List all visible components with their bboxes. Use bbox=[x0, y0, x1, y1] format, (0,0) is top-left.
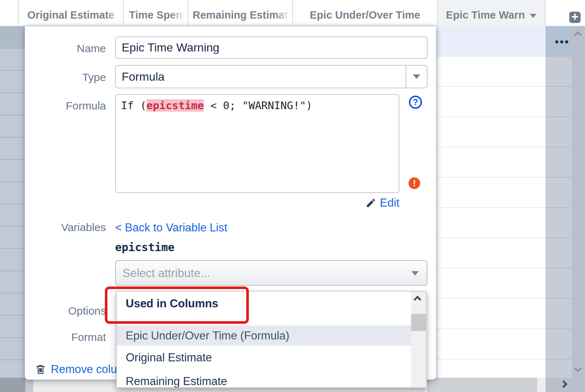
formula-code-before: If ( bbox=[121, 99, 147, 112]
horizontal-scrollbar-track[interactable] bbox=[25, 378, 33, 392]
type-select-value: Formula bbox=[122, 66, 164, 88]
format-label: Format bbox=[25, 331, 106, 344]
truncation-fade bbox=[106, 0, 123, 26]
column-header-original-estimate[interactable]: Original Estimate bbox=[18, 0, 123, 26]
name-label: Name bbox=[25, 42, 106, 55]
trash-icon bbox=[35, 363, 46, 376]
formula-label: Formula bbox=[25, 99, 106, 112]
type-select-arrow-box[interactable] bbox=[406, 66, 427, 88]
name-input[interactable] bbox=[115, 36, 428, 59]
formula-textarea[interactable]: If (epicstime < 0; "WARNING!") bbox=[115, 94, 399, 193]
dropdown-item[interactable]: Original Estimate bbox=[117, 346, 412, 369]
pencil-icon bbox=[365, 197, 376, 208]
attribute-select[interactable]: Select attribute... bbox=[115, 260, 428, 286]
scroll-down-icon[interactable] bbox=[574, 365, 582, 372]
table-left-strip bbox=[0, 26, 25, 378]
edit-formula-link[interactable]: Edit bbox=[365, 196, 399, 210]
scroll-right-icon[interactable] bbox=[560, 380, 567, 388]
table-selected-row bbox=[437, 27, 546, 57]
variable-name: epicstime bbox=[115, 241, 175, 254]
column-header-label: Epic Time Warn bbox=[446, 9, 525, 21]
variables-label: Variables bbox=[25, 221, 106, 234]
edit-link-label: Edit bbox=[380, 196, 399, 210]
dropdown-item[interactable]: Remaining Estimate bbox=[117, 369, 412, 388]
error-icon: ! bbox=[409, 177, 420, 189]
column-header-label: Remaining Estimat bbox=[193, 9, 288, 21]
column-header-remaining-estimate[interactable]: Remaining Estimat bbox=[187, 0, 292, 26]
table-rows-area: ••• bbox=[437, 26, 585, 392]
scroll-up-icon[interactable] bbox=[574, 31, 582, 39]
truncation-fade bbox=[276, 0, 292, 26]
column-header-time-spent[interactable]: Time Spen bbox=[123, 0, 187, 26]
horizontal-scrollbar-right-button[interactable] bbox=[546, 378, 585, 392]
horizontal-scrollbar-segment bbox=[537, 378, 546, 392]
column-header-epic-time-warn[interactable]: Epic Time Warn bbox=[437, 0, 546, 26]
selected-column-background: ••• bbox=[546, 26, 572, 392]
attribute-dropdown: Used in Columns Epic Under/Over Time (Fo… bbox=[116, 291, 427, 388]
type-label: Type bbox=[25, 71, 106, 84]
options-label: Options bbox=[25, 304, 106, 318]
dropdown-scrollbar[interactable] bbox=[411, 292, 426, 387]
formula-variable-highlight: epicstime bbox=[147, 99, 204, 112]
selected-column-first-cell: ••• bbox=[546, 26, 572, 57]
dropdown-scroll-up-icon[interactable] bbox=[414, 296, 421, 303]
page-root: ••• Original Estimate Time Spen Remainin… bbox=[0, 0, 585, 392]
horizontal-scrollbar-track-right[interactable] bbox=[428, 378, 537, 392]
dropdown-item[interactable]: Epic Under/Over Time (Formula) bbox=[117, 326, 412, 346]
chevron-down-icon bbox=[411, 271, 419, 276]
add-column-button[interactable]: + bbox=[569, 12, 581, 23]
vertical-scrollbar[interactable] bbox=[572, 26, 585, 392]
type-select[interactable]: Formula bbox=[115, 65, 428, 88]
back-to-variable-list-link[interactable]: < Back to Variable List bbox=[115, 221, 227, 234]
chevron-down-icon[interactable] bbox=[530, 14, 536, 18]
attribute-select-placeholder: Select attribute... bbox=[122, 261, 210, 285]
chevron-down-icon bbox=[413, 74, 420, 79]
column-header-epic-under-over-time[interactable]: Epic Under/Over Time bbox=[292, 0, 437, 26]
column-menu-dots[interactable]: ••• bbox=[555, 36, 570, 47]
dropdown-scrollbar-thumb[interactable] bbox=[411, 314, 426, 331]
column-header-label: Epic Under/Over Time bbox=[310, 9, 420, 21]
table-left-strip-first-row bbox=[0, 26, 25, 47]
dropdown-group-header: Used in Columns bbox=[117, 292, 411, 326]
formula-code-after: < 0; "WARNING!") bbox=[204, 99, 312, 112]
help-icon[interactable]: ? bbox=[409, 96, 422, 109]
column-header-label: Original Estimate bbox=[27, 9, 115, 21]
table-header-row: Original Estimate Time Spen Remaining Es… bbox=[0, 0, 585, 26]
bottom-strip-left bbox=[0, 378, 25, 392]
truncation-fade bbox=[171, 0, 187, 26]
